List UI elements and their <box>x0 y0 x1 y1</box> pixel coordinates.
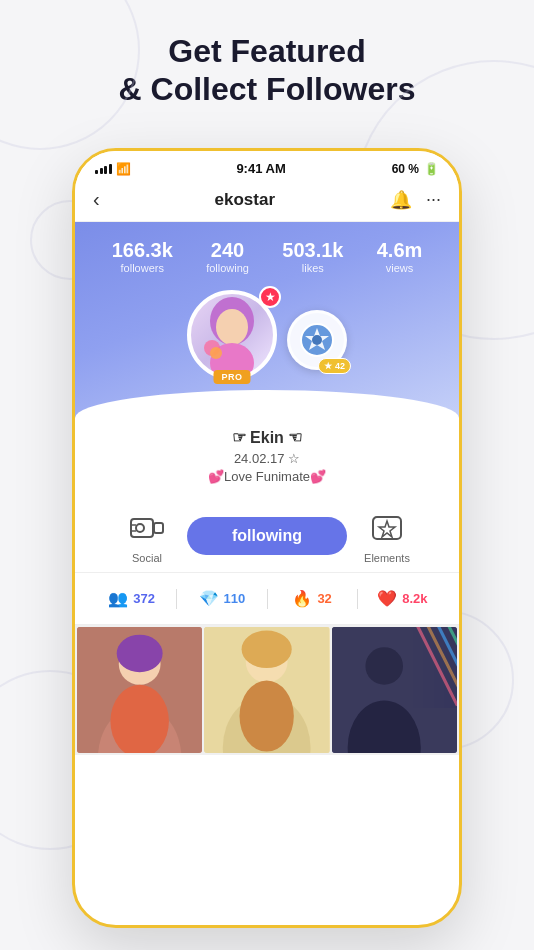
star-badge: ★ <box>259 286 281 308</box>
page-title: Get Featured & Collect Followers <box>0 0 534 133</box>
stat-followers[interactable]: 166.3k followers <box>112 240 173 274</box>
svg-point-17 <box>117 635 163 673</box>
pro-badge: PRO <box>213 370 250 384</box>
grid-item-3[interactable] <box>332 627 457 753</box>
fire-tab-icon: 🔥 <box>292 589 312 608</box>
svg-point-29 <box>365 647 403 685</box>
status-bar: 📶 9:41 AM 60 % 🔋 <box>75 151 459 182</box>
avatar-wrapper: PRO ★ <box>187 290 277 380</box>
stat-number-following: 240 <box>206 240 249 260</box>
elements-label: Elements <box>364 552 410 564</box>
hearts-tab-value: 8.2k <box>402 591 427 606</box>
battery-percent: 60 % <box>392 162 419 176</box>
stat-label-followers: followers <box>112 262 173 274</box>
svg-rect-10 <box>154 523 163 533</box>
svg-point-21 <box>240 681 294 752</box>
grid-item-1[interactable] <box>77 627 202 753</box>
phone-frame: 📶 9:41 AM 60 % 🔋 ‹ ekostar 🔔 ··· 166.3k … <box>72 148 462 928</box>
avatar-section: PRO ★ ★ 42 <box>95 290 439 388</box>
social-button[interactable]: Social <box>123 508 171 564</box>
tab-diamonds[interactable]: 💎 110 <box>181 583 262 614</box>
profile-banner: 166.3k followers 240 following 503.1k li… <box>75 222 459 418</box>
profile-bio: 💕Love Funimate💕 <box>95 469 439 484</box>
signal-icon <box>95 164 112 174</box>
star-count-badge: ★ 42 <box>318 358 351 374</box>
svg-marker-12 <box>379 521 395 537</box>
stat-number-likes: 503.1k <box>282 240 343 260</box>
followers-tab-icon: 👥 <box>108 589 128 608</box>
elements-button[interactable]: Elements <box>363 508 411 564</box>
diamonds-tab-value: 110 <box>224 591 246 606</box>
profile-date: 24.02.17 ☆ <box>95 451 439 466</box>
stat-views[interactable]: 4.6m views <box>377 240 423 274</box>
tab-hearts[interactable]: ❤️ 8.2k <box>362 583 443 614</box>
bell-icon[interactable]: 🔔 <box>390 189 412 211</box>
profile-info: ☞ Ekin ☜ 24.02.17 ☆ 💕Love Funimate💕 <box>75 418 459 496</box>
followers-tab-value: 372 <box>133 591 155 606</box>
more-icon[interactable]: ··· <box>426 189 441 210</box>
stats-tabs: 👥 372 💎 110 🔥 32 ❤️ 8.2k <box>75 573 459 625</box>
social-label: Social <box>132 552 162 564</box>
svg-rect-8 <box>131 519 153 537</box>
back-button[interactable]: ‹ <box>93 188 100 211</box>
stat-likes[interactable]: 503.1k likes <box>282 240 343 274</box>
status-time: 9:41 AM <box>236 161 285 176</box>
action-buttons: Social following Elements <box>75 496 459 573</box>
badge-icon-wrapper: ★ 42 <box>287 310 347 370</box>
stats-row: 166.3k followers 240 following 503.1k li… <box>95 240 439 274</box>
stat-following[interactable]: 240 following <box>206 240 249 274</box>
profile-name: ☞ Ekin ☜ <box>95 428 439 447</box>
svg-point-9 <box>136 524 144 532</box>
stat-label-following: following <box>206 262 249 274</box>
grid-item-2[interactable] <box>204 627 329 753</box>
hearts-tab-icon: ❤️ <box>377 589 397 608</box>
nav-bar: ‹ ekostar 🔔 ··· <box>75 182 459 222</box>
stat-number-views: 4.6m <box>377 240 423 260</box>
tab-fire[interactable]: 🔥 32 <box>272 583 353 614</box>
battery-icon: 🔋 <box>424 162 439 176</box>
fire-tab-value: 32 <box>317 591 331 606</box>
stat-label-views: views <box>377 262 423 274</box>
wifi-icon: 📶 <box>116 162 131 176</box>
following-button[interactable]: following <box>187 517 347 555</box>
stat-label-likes: likes <box>282 262 343 274</box>
tab-followers[interactable]: 👥 372 <box>91 583 172 614</box>
diamonds-tab-icon: 💎 <box>199 589 219 608</box>
image-grid <box>75 625 459 755</box>
svg-point-4 <box>210 347 222 359</box>
stat-number-followers: 166.3k <box>112 240 173 260</box>
svg-point-22 <box>242 630 292 668</box>
banner-wave <box>75 390 459 418</box>
svg-point-1 <box>216 309 248 345</box>
svg-point-7 <box>312 335 322 345</box>
nav-title: ekostar <box>215 190 275 210</box>
